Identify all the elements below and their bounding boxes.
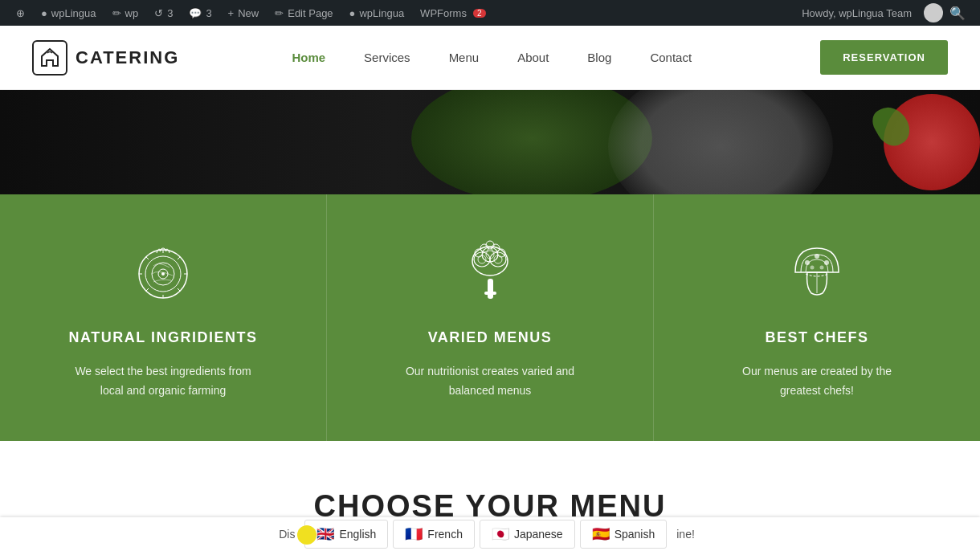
logo-text: CATERING	[76, 47, 179, 68]
natural-icon-wrap	[127, 235, 199, 307]
wplingua-icon: ●	[349, 7, 356, 19]
logo[interactable]: CATERING	[32, 40, 179, 76]
spanish-flag: 🇪🇸	[592, 525, 610, 543]
howdy-text: Howdy, wpLingua Team	[794, 7, 920, 19]
hero-image	[0, 90, 980, 194]
reservation-button[interactable]: RESERVATION	[820, 40, 948, 75]
feature-chefs: BEST CHEFS Our menus are created by the …	[654, 194, 980, 441]
site-name-label: wpLingua	[51, 7, 96, 19]
nav-services[interactable]: Services	[345, 26, 430, 90]
natural-desc: We select the best ingredients from loca…	[67, 362, 259, 401]
lang-japanese-button[interactable]: 🇯🇵 Japanese	[480, 520, 575, 549]
wordpress-icon: ⊕	[16, 7, 25, 19]
svg-point-31	[810, 265, 814, 269]
svg-point-30	[824, 260, 829, 265]
nav-home[interactable]: Home	[272, 26, 345, 90]
nav-about[interactable]: About	[498, 26, 568, 90]
logo-icon	[32, 40, 67, 76]
edit-icon: ✏	[275, 7, 284, 19]
english-label: English	[339, 528, 376, 541]
svg-line-10	[178, 257, 180, 259]
svg-point-29	[815, 254, 819, 259]
main-nav: Home Services Menu About Blog Contact	[272, 26, 711, 90]
cursor-indicator	[297, 525, 316, 545]
avatar	[924, 3, 943, 22]
new-label: New	[238, 7, 259, 19]
site-header: CATERING Home Services Menu About Blog C…	[0, 26, 980, 90]
french-flag: 🇫🇷	[405, 525, 423, 543]
search-icon[interactable]: 🔍	[943, 6, 972, 21]
lang-english-button[interactable]: 🇬🇧 English	[304, 520, 388, 549]
site-icon: ●	[41, 7, 47, 19]
feature-menus: VARIED MENUS Our nutritionist creates va…	[327, 194, 654, 441]
edit-page-item[interactable]: ✏ Edit Page	[267, 0, 341, 26]
wpforms-item[interactable]: WPForms 2	[412, 0, 494, 26]
plus-icon: +	[228, 7, 235, 19]
nav-contact[interactable]: Contact	[631, 26, 711, 90]
wpforms-label: WPForms	[420, 7, 467, 19]
updates-count: 3	[167, 7, 173, 19]
feature-natural: NATURAL INGRIDIENTS We select the best i…	[0, 194, 327, 441]
nav-blog[interactable]: Blog	[568, 26, 631, 90]
svg-line-8	[146, 257, 149, 259]
japanese-flag: 🇯🇵	[492, 525, 509, 543]
svg-rect-13	[488, 279, 493, 299]
french-label: French	[427, 528, 463, 541]
svg-point-28	[805, 260, 810, 265]
menus-desc: Our nutritionist creates varied and bala…	[394, 362, 586, 401]
customize-label: wp	[125, 7, 139, 19]
japanese-label: Japanese	[514, 528, 563, 541]
language-switcher: Dis 🇬🇧 English 🇫🇷 French 🇯🇵 Japanese 🇪🇸 …	[0, 517, 980, 551]
wplingua-item[interactable]: ● wpLingua	[341, 0, 413, 26]
nav-menu[interactable]: Menu	[430, 26, 499, 90]
svg-point-32	[819, 265, 823, 269]
comments-count: 3	[206, 7, 211, 19]
menus-title: VARIED MENUS	[428, 329, 553, 346]
chefs-desc: Our menus are created by the greatest ch…	[721, 362, 913, 401]
edit-page-label: Edit Page	[288, 7, 333, 19]
lang-prefix-text: Dis	[279, 528, 295, 541]
lang-spanish-button[interactable]: 🇪🇸 Spanish	[580, 520, 668, 549]
lang-french-button[interactable]: 🇫🇷 French	[393, 520, 475, 549]
svg-line-11	[146, 288, 149, 291]
site-name-item[interactable]: ● wpLingua	[33, 0, 104, 26]
wplingua-label: wpLingua	[359, 7, 404, 19]
updates-icon: ↺	[154, 7, 163, 19]
comments-icon: 💬	[189, 7, 202, 19]
svg-rect-14	[484, 292, 496, 295]
svg-line-9	[178, 288, 180, 291]
spanish-label: Spanish	[615, 528, 655, 541]
wpforms-badge: 2	[473, 9, 486, 18]
features-section: NATURAL INGRIDIENTS We select the best i…	[0, 194, 980, 441]
updates-item[interactable]: ↺ 3	[146, 0, 181, 26]
lang-suffix-text: ine!	[676, 528, 695, 541]
chefs-title: BEST CHEFS	[765, 329, 868, 346]
menus-icon-wrap	[454, 235, 526, 307]
chefs-icon-wrap	[781, 235, 853, 307]
customize-item[interactable]: ✏ wp	[104, 0, 147, 26]
english-flag: 🇬🇧	[316, 525, 334, 543]
comments-item[interactable]: 💬 3	[181, 0, 219, 26]
new-content-item[interactable]: + New	[220, 0, 267, 26]
wordpress-logo[interactable]: ⊕	[8, 0, 33, 26]
admin-bar: ⊕ ● wpLingua ✏ wp ↺ 3 💬 3 + New ✏ Edit P…	[0, 0, 980, 26]
customize-icon: ✏	[112, 7, 121, 19]
natural-title: NATURAL INGRIDIENTS	[69, 329, 258, 346]
